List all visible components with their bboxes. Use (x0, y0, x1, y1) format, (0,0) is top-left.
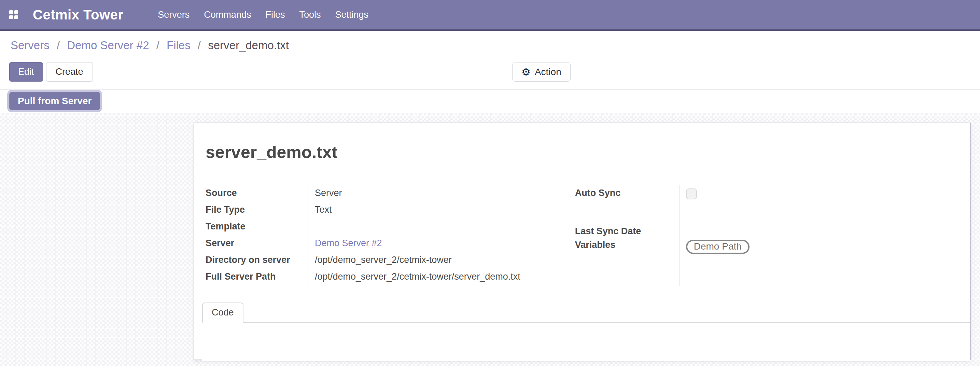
field-label: Server (205, 236, 308, 252)
main-menu: Servers Commands Files Tools Settings (151, 6, 375, 24)
field-label: Template (205, 219, 308, 236)
breadcrumb-separator: / (52, 39, 64, 52)
apps-grid-square (14, 10, 18, 14)
form-sheet: server_demo.txt Source Server File Type … (194, 123, 971, 360)
field-label: Last Sync Date (575, 225, 679, 239)
field-row-variables: Variables Demo Path (575, 239, 749, 286)
variable-tag: Demo Path (686, 240, 749, 254)
field-row-server: Server Demo Server #2 (205, 236, 520, 252)
notebook: Code (202, 302, 970, 361)
field-value (679, 185, 749, 225)
action-button[interactable]: ⚙ Action (512, 62, 571, 81)
action-button-label: Action (535, 67, 562, 78)
field-value: /opt/demo_server_2/cetmix-tower/server_d… (308, 269, 520, 286)
breadcrumb-servers[interactable]: Servers (11, 39, 49, 52)
field-value: Server (308, 185, 520, 202)
field-row-template: Template (205, 219, 520, 236)
menu-files[interactable]: Files (258, 6, 292, 24)
top-navbar: Cetmix Tower Servers Commands Files Tool… (0, 0, 980, 31)
server-record-link[interactable]: Demo Server #2 (315, 238, 382, 248)
menu-servers[interactable]: Servers (151, 6, 197, 24)
content-area: server_demo.txt Source Server File Type … (0, 113, 980, 366)
field-row-source: Source Server (205, 185, 520, 202)
field-row-full-path: Full Server Path /opt/demo_server_2/cetm… (205, 269, 520, 286)
field-row-auto-sync: Auto Sync (575, 185, 749, 225)
record-title: server_demo.txt (205, 142, 970, 162)
app-brand[interactable]: Cetmix Tower (33, 7, 123, 22)
field-label: Directory on server (205, 252, 308, 269)
field-group-left: Source Server File Type Text Template Se… (205, 185, 520, 286)
menu-commands[interactable]: Commands (197, 6, 258, 24)
auto-sync-checkbox[interactable] (686, 188, 697, 199)
breadcrumb-files[interactable]: Files (167, 39, 191, 52)
control-panel-buttons: Edit Create (9, 62, 93, 81)
field-value (308, 219, 520, 236)
menu-tools[interactable]: Tools (292, 6, 328, 24)
field-value: Text (308, 202, 520, 219)
breadcrumb-separator: / (152, 39, 164, 52)
field-row-file-type: File Type Text (205, 202, 520, 219)
field-value: Demo Server #2 (308, 236, 520, 252)
field-row-last-sync: Last Sync Date (575, 225, 749, 239)
pull-from-server-button[interactable]: Pull from Server (9, 92, 100, 110)
create-button[interactable]: Create (46, 62, 93, 81)
apps-grid-square (14, 15, 18, 19)
field-value: /opt/demo_server_2/cetmix-tower (308, 252, 520, 269)
control-panel: Servers / Demo Server #2 / Files / serve… (0, 31, 980, 89)
field-label: File Type (205, 202, 308, 219)
breadcrumb-demo-server[interactable]: Demo Server #2 (67, 39, 149, 52)
apps-grid-square (9, 15, 13, 19)
edit-button[interactable]: Edit (9, 62, 43, 81)
field-groups: Source Server File Type Text Template Se… (205, 185, 970, 286)
gear-icon: ⚙ (522, 67, 531, 77)
breadcrumb-current: server_demo.txt (208, 39, 289, 52)
field-label: Auto Sync (575, 185, 679, 225)
field-group-right: Auto Sync Last Sync Date Variables Demo … (575, 185, 749, 286)
status-bar: Pull from Server (0, 89, 980, 113)
apps-grid-square (9, 10, 13, 14)
field-label: Source (205, 185, 308, 202)
field-value: Demo Path (679, 239, 749, 286)
breadcrumb-separator: / (194, 39, 205, 52)
notebook-tab-bar: Code (202, 302, 970, 323)
menu-settings[interactable]: Settings (328, 6, 375, 24)
notebook-body (202, 323, 970, 361)
field-label: Variables (575, 239, 679, 286)
tab-code[interactable]: Code (202, 302, 243, 323)
field-value (679, 225, 749, 239)
apps-grid-icon[interactable] (9, 10, 18, 19)
field-label: Full Server Path (205, 269, 308, 286)
breadcrumb: Servers / Demo Server #2 / Files / serve… (11, 39, 289, 52)
field-row-directory: Directory on server /opt/demo_server_2/c… (205, 252, 520, 269)
